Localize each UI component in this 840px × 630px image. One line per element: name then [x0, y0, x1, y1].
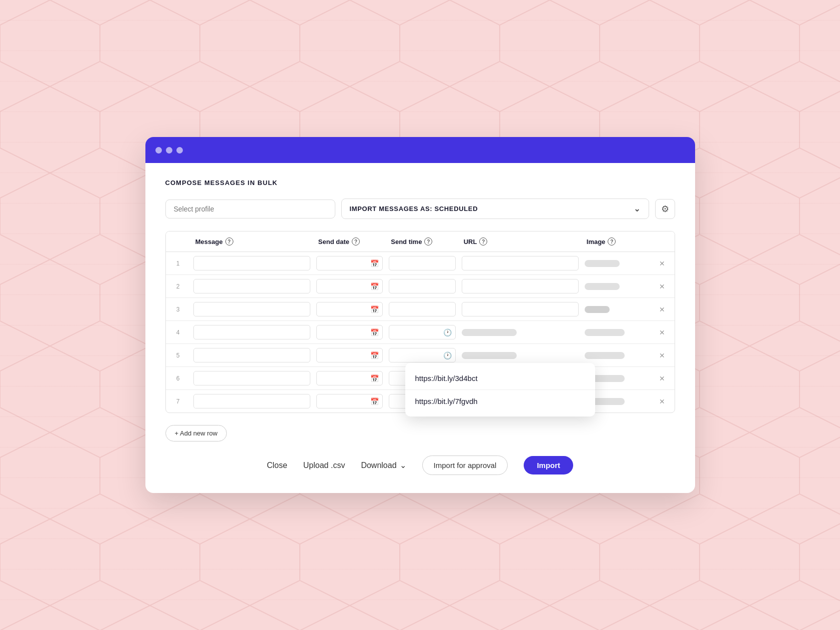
delete-row-1-button[interactable]: ✕ — [657, 258, 667, 270]
col-header-message: Message ? — [190, 232, 313, 252]
controls-row: IMPORT MESSAGES AS: SCHEDULED ⌄ ⚙ — [165, 198, 675, 219]
send-date-input-7[interactable] — [316, 394, 383, 408]
import-messages-dropdown[interactable]: IMPORT MESSAGES AS: SCHEDULED ⌄ — [341, 198, 649, 219]
row-num: 5 — [166, 344, 190, 367]
footer-actions: Close Upload .csv Download ⌄ Import for … — [165, 456, 675, 475]
row-send-date-cell: 📅 — [313, 390, 386, 413]
page-title: COMPOSE MESSAGES IN BULK — [165, 179, 675, 186]
row-num: 7 — [166, 390, 190, 413]
send-time-input-4[interactable] — [389, 325, 455, 340]
import-dropdown-label: IMPORT MESSAGES AS: SCHEDULED — [350, 205, 478, 212]
url-input-3[interactable] — [462, 302, 579, 316]
row-url-cell — [459, 275, 582, 298]
url-dropdown-item-1[interactable]: https://bit.ly/3d4bct — [405, 367, 595, 390]
main-window: COMPOSE MESSAGES IN BULK IMPORT MESSAGES… — [145, 137, 695, 493]
row-num: 2 — [166, 275, 190, 298]
close-button[interactable]: Close — [267, 461, 287, 470]
delete-row-3-button[interactable]: ✕ — [657, 304, 667, 316]
send-date-input-6[interactable] — [316, 371, 383, 386]
row-delete-cell: ✕ — [654, 344, 674, 367]
send-date-input-5[interactable] — [316, 348, 383, 362]
table-row: 1 📅 — [166, 252, 675, 275]
row-message-cell — [190, 367, 313, 390]
image-placeholder-1 — [585, 260, 620, 267]
download-label: Download — [361, 461, 396, 470]
row-send-date-cell: 📅 — [313, 298, 386, 321]
settings-button[interactable]: ⚙ — [655, 199, 675, 219]
url-autocomplete-dropdown: https://bit.ly/3d4bct https://bit.ly/7fg… — [405, 363, 595, 416]
select-profile-input[interactable] — [165, 200, 335, 218]
upload-csv-button[interactable]: Upload .csv — [303, 461, 345, 470]
row-url-cell — [459, 252, 582, 275]
url-input-1[interactable] — [462, 256, 579, 270]
send-date-help-icon[interactable]: ? — [352, 238, 360, 246]
col-header-send-date: Send date ? — [313, 232, 386, 252]
row-message-cell — [190, 344, 313, 367]
window-dot-3[interactable] — [176, 147, 183, 154]
image-placeholder-4 — [585, 329, 625, 336]
row-send-date-cell: 📅 — [313, 252, 386, 275]
gear-icon: ⚙ — [661, 204, 669, 214]
message-input-1[interactable] — [193, 256, 310, 270]
message-help-icon[interactable]: ? — [225, 238, 233, 246]
row-image-cell — [582, 252, 654, 275]
table-row: 4 📅 🕐 — [166, 321, 675, 344]
download-button[interactable]: Download ⌄ — [361, 460, 406, 470]
message-input-3[interactable] — [193, 302, 310, 316]
url-help-icon[interactable]: ? — [479, 238, 487, 246]
window-body: COMPOSE MESSAGES IN BULK IMPORT MESSAGES… — [145, 163, 695, 493]
message-input-2[interactable] — [193, 279, 310, 294]
delete-row-2-button[interactable]: ✕ — [657, 280, 667, 292]
send-date-input-1[interactable] — [316, 256, 383, 270]
message-input-5[interactable] — [193, 348, 310, 362]
row-send-date-cell: 📅 — [313, 367, 386, 390]
import-for-approval-button[interactable]: Import for approval — [422, 456, 508, 475]
row-num: 4 — [166, 321, 190, 344]
chevron-down-icon: ⌄ — [634, 204, 641, 214]
image-help-icon[interactable]: ? — [608, 238, 616, 246]
row-send-time-cell — [386, 275, 458, 298]
send-time-input-3[interactable] — [389, 302, 455, 316]
import-button[interactable]: Import — [524, 456, 573, 474]
send-date-input-3[interactable] — [316, 302, 383, 316]
send-time-input-1[interactable] — [389, 256, 455, 270]
row-send-time-cell: 🕐 — [386, 321, 458, 344]
send-date-input-4[interactable] — [316, 325, 383, 340]
row-image-cell — [582, 321, 654, 344]
row-num: 1 — [166, 252, 190, 275]
delete-row-4-button[interactable]: ✕ — [657, 326, 667, 338]
message-input-6[interactable] — [193, 371, 310, 386]
delete-row-6-button[interactable]: ✕ — [657, 372, 667, 384]
row-message-cell — [190, 298, 313, 321]
image-placeholder-5 — [585, 352, 625, 359]
message-input-7[interactable] — [193, 394, 310, 408]
row-url-cell — [459, 298, 582, 321]
delete-row-5-button[interactable]: ✕ — [657, 350, 667, 362]
row-send-date-cell: 📅 — [313, 275, 386, 298]
url-input-2[interactable] — [462, 279, 579, 294]
url-dropdown-item-2[interactable]: https://bit.ly/7fgvdh — [405, 390, 595, 412]
row-send-time-cell — [386, 252, 458, 275]
row-delete-cell: ✕ — [654, 321, 674, 344]
image-placeholder-3 — [585, 306, 610, 313]
send-time-help-icon[interactable]: ? — [424, 238, 432, 246]
delete-row-7-button[interactable]: ✕ — [657, 396, 667, 408]
window-dot-1[interactable] — [155, 147, 162, 154]
row-send-date-cell: 📅 — [313, 344, 386, 367]
send-time-input-5[interactable] — [389, 348, 455, 362]
row-message-cell — [190, 275, 313, 298]
col-header-delete — [654, 232, 674, 252]
send-time-input-2[interactable] — [389, 279, 455, 294]
row-delete-cell: ✕ — [654, 275, 674, 298]
row-num: 3 — [166, 298, 190, 321]
send-date-input-2[interactable] — [316, 279, 383, 294]
row-delete-cell: ✕ — [654, 252, 674, 275]
add-new-row-button[interactable]: + Add new row — [165, 425, 227, 442]
row-url-cell — [459, 321, 582, 344]
row-image-cell — [582, 298, 654, 321]
message-input-4[interactable] — [193, 325, 310, 340]
window-dot-2[interactable] — [166, 147, 172, 154]
col-header-send-time: Send time ? — [386, 232, 458, 252]
row-image-cell — [582, 275, 654, 298]
row-delete-cell: ✕ — [654, 367, 674, 390]
